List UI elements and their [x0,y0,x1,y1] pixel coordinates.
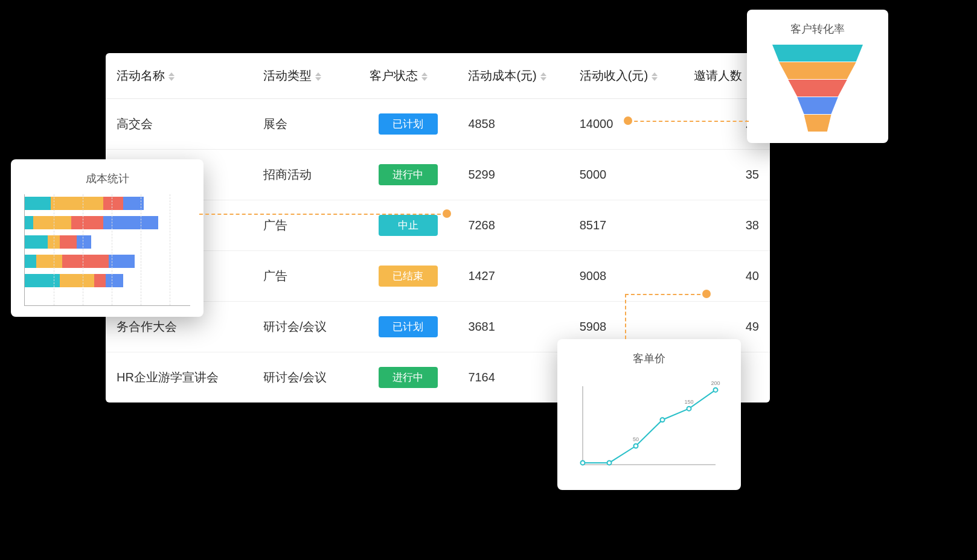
price-point-label: 150 [684,399,693,405]
status-badge: 已计划 [379,113,438,135]
cost-bar-segment [71,216,103,229]
funnel-stage [797,97,838,114]
cell-cost: 7164 [457,352,568,403]
cell-status: 已计划 [359,99,457,150]
cell-cost: 1427 [457,251,568,302]
connector-dot [624,116,632,125]
funnel-stage [779,62,856,79]
cell-type: 招商活动 [252,150,359,200]
cell-cost: 3681 [457,302,568,352]
cell-cost: 7268 [457,200,568,251]
sort-icon[interactable] [421,72,428,81]
funnel-card-title: 客户转化率 [760,22,875,36]
price-point [714,388,718,392]
price-card-title: 客单价 [571,351,728,366]
cell-type: 广告 [252,200,359,251]
col-header-cost[interactable]: 活动成本(元) [457,53,568,99]
cell-cost: 4858 [457,99,568,150]
connector-dot [702,290,711,298]
status-badge: 已结束 [379,266,438,287]
cell-type: 研讨会/会议 [252,302,359,352]
cell-type: 研讨会/会议 [252,352,359,403]
price-point [661,418,665,422]
sort-icon[interactable] [540,72,546,81]
cost-bar-segment [25,235,48,249]
cell-name: 高交会 [106,99,252,150]
price-point [687,407,691,411]
cell-status: 已结束 [359,251,457,302]
col-header-inv-label: 邀请人数 [694,69,742,82]
sort-icon[interactable] [315,72,321,81]
col-header-rev[interactable]: 活动收入(元) [569,53,683,99]
col-header-rev-label: 活动收入(元) [580,69,648,82]
cost-bar-segment [25,216,33,229]
col-header-type[interactable]: 活动类型 [252,53,359,99]
connector-line [625,294,626,339]
cell-status: 进行中 [359,150,457,200]
funnel-chart [760,45,875,132]
funnel-stage [772,45,863,62]
connector-line [628,121,749,122]
col-header-status-label: 客户状态 [370,69,418,82]
price-point-label: 200 [711,380,720,386]
cost-bar-segment [33,216,71,229]
price-point [634,444,638,448]
cost-bar-segment [60,235,77,249]
cost-bar-segment [103,197,124,210]
cost-bar [25,197,190,210]
cell-status: 进行中 [359,352,457,403]
conversion-funnel-card: 客户转化率 [747,10,888,143]
cell-status: 中止 [359,200,457,251]
table-row[interactable]: 广告中止7268851738 [106,200,770,251]
col-header-name[interactable]: 活动名称 [106,53,252,99]
sort-icon[interactable] [168,72,175,81]
col-header-cost-label: 活动成本(元) [468,69,536,82]
unit-price-card: 客单价 50150200 [557,339,741,490]
cell-status: 已计划 [359,302,457,352]
table-row[interactable]: 招商活动招商活动进行中5299500035 [106,150,770,200]
table-row[interactable]: 高交会展会已计划48581400024 [106,99,770,150]
cost-chart [24,194,190,306]
cell-name: HR企业游学宣讲会 [106,352,252,403]
cost-bar-segment [36,255,62,268]
price-point [581,460,585,465]
connector-dot [443,209,451,218]
status-badge: 进行中 [379,367,438,388]
table-header-row: 活动名称 活动类型 客户状态 活动成本(元) 活动收入(元) 邀请人数 [106,53,770,99]
col-header-name-label: 活动名称 [117,69,165,82]
cost-bar-segment [25,197,51,210]
cost-bar-segment [60,274,95,287]
cost-bar-segment [94,274,106,287]
cost-bar [25,235,190,249]
col-header-status[interactable]: 客户状态 [359,53,457,99]
unit-price-chart: 50150200 [571,374,728,477]
cost-bar-segment [62,255,109,268]
connector-line [625,294,706,295]
sort-icon[interactable] [652,72,658,81]
status-badge: 进行中 [379,164,438,185]
price-point [607,460,612,465]
cost-bar [25,255,190,268]
price-line [583,390,716,463]
cost-bar [25,216,190,229]
cost-bar-segment [77,235,91,249]
cost-bar-segment [106,274,123,287]
cell-type: 展会 [252,99,359,150]
cost-bar-segment [51,197,103,210]
cell-inv: 35 [683,150,770,200]
cell-cost: 5299 [457,150,568,200]
status-badge: 已计划 [379,316,438,337]
cell-inv: 38 [683,200,770,251]
cell-rev: 5000 [569,150,683,200]
col-header-type-label: 活动类型 [263,69,312,82]
connector-line [199,214,447,215]
cell-type: 广告 [252,251,359,302]
cost-statistics-card: 成本统计 [11,159,203,317]
status-badge: 中止 [379,215,438,236]
cost-bar-segment [25,255,36,268]
funnel-stage [804,115,831,132]
price-point-label: 50 [633,436,639,442]
cell-rev: 8517 [569,200,683,251]
cost-bar [25,274,190,287]
cost-card-title: 成本统计 [24,171,190,186]
